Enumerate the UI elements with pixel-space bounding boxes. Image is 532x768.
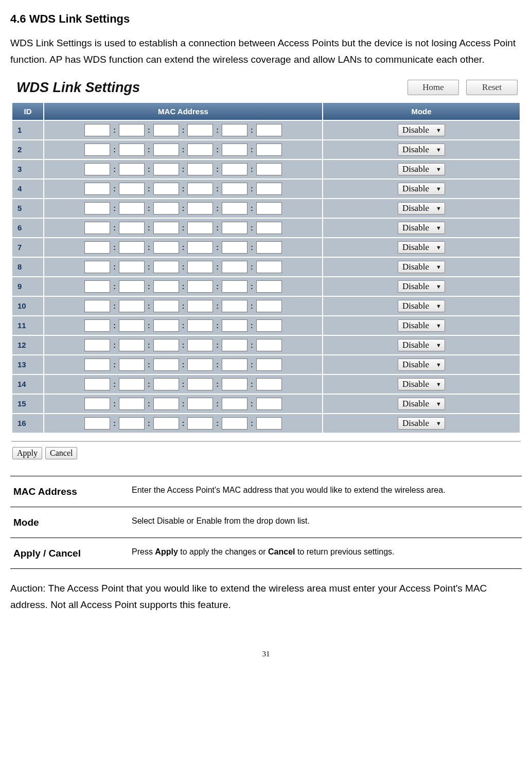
mac-octet-input[interactable] bbox=[222, 163, 247, 175]
mac-octet-input[interactable] bbox=[119, 124, 145, 136]
mode-select[interactable]: Disable▼ bbox=[398, 378, 445, 390]
mac-octet-input[interactable] bbox=[153, 202, 179, 215]
mac-octet-input[interactable] bbox=[119, 144, 145, 156]
mode-select[interactable]: Disable▼ bbox=[398, 144, 445, 156]
mac-octet-input[interactable] bbox=[187, 300, 213, 312]
mac-octet-input[interactable] bbox=[222, 378, 247, 390]
mac-octet-input[interactable] bbox=[119, 300, 145, 312]
mac-octet-input[interactable] bbox=[119, 319, 145, 332]
mac-octet-input[interactable] bbox=[119, 417, 145, 430]
mac-octet-input[interactable] bbox=[256, 300, 282, 312]
mode-select[interactable]: Disable▼ bbox=[398, 339, 445, 351]
mac-octet-input[interactable] bbox=[187, 163, 213, 175]
mac-octet-input[interactable] bbox=[119, 359, 145, 371]
mac-octet-input[interactable] bbox=[84, 339, 110, 351]
mac-octet-input[interactable] bbox=[187, 280, 213, 293]
mac-octet-input[interactable] bbox=[84, 124, 110, 136]
mac-octet-input[interactable] bbox=[222, 183, 247, 195]
mac-octet-input[interactable] bbox=[222, 222, 247, 234]
mac-octet-input[interactable] bbox=[153, 378, 179, 390]
mac-octet-input[interactable] bbox=[256, 378, 282, 390]
mac-octet-input[interactable] bbox=[187, 319, 213, 332]
mac-octet-input[interactable] bbox=[256, 339, 282, 351]
mac-octet-input[interactable] bbox=[153, 261, 179, 273]
mac-octet-input[interactable] bbox=[153, 144, 179, 156]
mac-octet-input[interactable] bbox=[84, 241, 110, 254]
mac-octet-input[interactable] bbox=[153, 300, 179, 312]
mode-select[interactable]: Disable▼ bbox=[398, 124, 445, 136]
mac-octet-input[interactable] bbox=[84, 378, 110, 390]
mac-octet-input[interactable] bbox=[256, 417, 282, 430]
mac-octet-input[interactable] bbox=[222, 339, 247, 351]
mac-octet-input[interactable] bbox=[119, 163, 145, 175]
mac-octet-input[interactable] bbox=[153, 398, 179, 410]
mac-octet-input[interactable] bbox=[119, 241, 145, 254]
mode-select[interactable]: Disable▼ bbox=[398, 280, 445, 293]
mac-octet-input[interactable] bbox=[187, 222, 213, 234]
mode-select[interactable]: Disable▼ bbox=[398, 417, 445, 430]
mac-octet-input[interactable] bbox=[256, 163, 282, 175]
mac-octet-input[interactable] bbox=[84, 359, 110, 371]
mac-octet-input[interactable] bbox=[187, 144, 213, 156]
mac-octet-input[interactable] bbox=[153, 241, 179, 254]
mode-select[interactable]: Disable▼ bbox=[398, 241, 445, 254]
mac-octet-input[interactable] bbox=[153, 124, 179, 136]
mac-octet-input[interactable] bbox=[187, 359, 213, 371]
mac-octet-input[interactable] bbox=[256, 280, 282, 293]
mac-octet-input[interactable] bbox=[256, 359, 282, 371]
mac-octet-input[interactable] bbox=[187, 241, 213, 254]
mode-select[interactable]: Disable▼ bbox=[398, 202, 445, 215]
mac-octet-input[interactable] bbox=[153, 222, 179, 234]
mac-octet-input[interactable] bbox=[187, 417, 213, 430]
mac-octet-input[interactable] bbox=[187, 339, 213, 351]
mac-octet-input[interactable] bbox=[153, 417, 179, 430]
mac-octet-input[interactable] bbox=[153, 183, 179, 195]
mac-octet-input[interactable] bbox=[84, 280, 110, 293]
mac-octet-input[interactable] bbox=[222, 280, 247, 293]
mac-octet-input[interactable] bbox=[153, 359, 179, 371]
mac-octet-input[interactable] bbox=[222, 417, 247, 430]
mac-octet-input[interactable] bbox=[153, 319, 179, 332]
mac-octet-input[interactable] bbox=[153, 163, 179, 175]
mac-octet-input[interactable] bbox=[153, 280, 179, 293]
mac-octet-input[interactable] bbox=[84, 319, 110, 332]
mac-octet-input[interactable] bbox=[119, 222, 145, 234]
mac-octet-input[interactable] bbox=[222, 144, 247, 156]
mac-octet-input[interactable] bbox=[256, 124, 282, 136]
mac-octet-input[interactable] bbox=[187, 378, 213, 390]
mac-octet-input[interactable] bbox=[84, 183, 110, 195]
mode-select[interactable]: Disable▼ bbox=[398, 398, 445, 410]
mode-select[interactable]: Disable▼ bbox=[398, 359, 445, 371]
mac-octet-input[interactable] bbox=[119, 339, 145, 351]
cancel-button[interactable]: Cancel bbox=[45, 447, 77, 459]
mac-octet-input[interactable] bbox=[84, 300, 110, 312]
mac-octet-input[interactable] bbox=[119, 378, 145, 390]
mac-octet-input[interactable] bbox=[222, 124, 247, 136]
mac-octet-input[interactable] bbox=[153, 339, 179, 351]
mac-octet-input[interactable] bbox=[256, 319, 282, 332]
mac-octet-input[interactable] bbox=[222, 359, 247, 371]
mac-octet-input[interactable] bbox=[84, 202, 110, 215]
mac-octet-input[interactable] bbox=[187, 202, 213, 215]
mac-octet-input[interactable] bbox=[256, 144, 282, 156]
mac-octet-input[interactable] bbox=[222, 202, 247, 215]
mac-octet-input[interactable] bbox=[84, 398, 110, 410]
mac-octet-input[interactable] bbox=[222, 241, 247, 254]
mac-octet-input[interactable] bbox=[256, 261, 282, 273]
mac-octet-input[interactable] bbox=[187, 398, 213, 410]
mode-select[interactable]: Disable▼ bbox=[398, 319, 445, 332]
mac-octet-input[interactable] bbox=[256, 183, 282, 195]
mac-octet-input[interactable] bbox=[256, 202, 282, 215]
mode-select[interactable]: Disable▼ bbox=[398, 183, 445, 195]
reset-button[interactable]: Reset bbox=[466, 80, 518, 95]
mac-octet-input[interactable] bbox=[84, 261, 110, 273]
mac-octet-input[interactable] bbox=[84, 222, 110, 234]
mac-octet-input[interactable] bbox=[119, 280, 145, 293]
mac-octet-input[interactable] bbox=[256, 398, 282, 410]
mac-octet-input[interactable] bbox=[84, 144, 110, 156]
mac-octet-input[interactable] bbox=[222, 261, 247, 273]
mac-octet-input[interactable] bbox=[119, 261, 145, 273]
mac-octet-input[interactable] bbox=[119, 183, 145, 195]
mac-octet-input[interactable] bbox=[222, 398, 247, 410]
mac-octet-input[interactable] bbox=[187, 261, 213, 273]
